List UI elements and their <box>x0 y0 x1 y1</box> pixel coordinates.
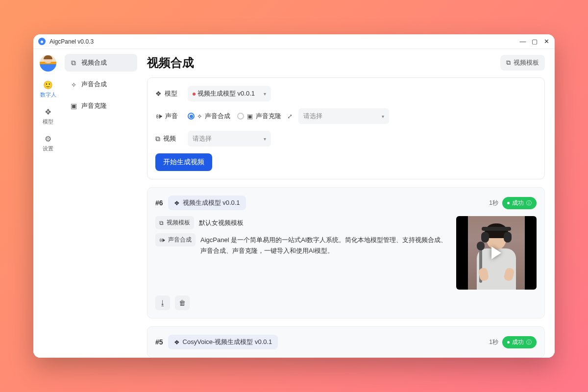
app-title: AigcPanel v0.0.3 <box>49 38 94 45</box>
minimize-button[interactable]: — <box>519 38 526 45</box>
template-tag-label: 视频模板 <box>167 219 190 227</box>
video-select[interactable]: 请选择 ▾ <box>188 131 271 147</box>
titlebar: ☻ AigcPanel v0.0.3 — ▢ ✕ <box>33 34 555 49</box>
expand-icon: ⤢ <box>287 113 293 120</box>
template-icon: ⧉ <box>506 59 511 67</box>
speaker-icon: 🕪 <box>159 237 165 244</box>
status-dot-icon <box>193 93 196 96</box>
task-model-name: 视频生成模型 v0.0.1 <box>183 198 240 207</box>
radio-voice-clone[interactable]: ▣ 声音克隆 <box>237 112 281 121</box>
video-template-button[interactable]: ⧉ 视频模板 <box>500 55 545 71</box>
audio-select-placeholder: 请选择 <box>303 112 322 121</box>
form-card: ❖ 模型 视频生成模型 v0.0.1 ▾ 🕪 声音 <box>147 77 545 179</box>
app-window: ☻ AigcPanel v0.0.3 — ▢ ✕ 🙂 数字人 ❖ 模型 ⚙ 设置 <box>33 34 555 358</box>
download-button[interactable]: ⭳ <box>155 295 170 310</box>
chevron-down-icon: ▾ <box>264 136 266 142</box>
cube-icon: ❖ <box>45 107 51 117</box>
video-icon: ⧉ <box>70 59 77 67</box>
voice-icon: ⟡ <box>70 80 77 89</box>
video-thumbnail[interactable] <box>456 216 537 290</box>
task-model-chip: ❖ 视频生成模型 v0.0.1 <box>168 196 246 210</box>
clone-icon: ▣ <box>70 102 77 110</box>
radio-label: 声音合成 <box>205 112 230 121</box>
radio-label: 声音克隆 <box>256 112 281 121</box>
task-number: #5 <box>155 338 163 346</box>
generate-button[interactable]: 开始生成视频 <box>155 153 212 171</box>
speaker-icon: 🕪 <box>155 112 162 120</box>
maximize-button[interactable]: ▢ <box>531 38 538 45</box>
sidebar: ⧉ 视频合成 ⟡ 声音合成 ▣ 声音克隆 <box>63 49 141 358</box>
sidebar-item-label: 声音克隆 <box>81 101 107 110</box>
task-duration: 1秒 <box>489 338 498 346</box>
task-card: #6 ❖ 视频生成模型 v0.0.1 1秒 成功 ⓘ <box>147 187 545 318</box>
digital-human-icon: 🙂 <box>43 80 53 90</box>
video-icon: ⧉ <box>155 135 160 143</box>
info-icon: ⓘ <box>526 199 532 207</box>
audio-label: 声音 <box>165 112 178 121</box>
template-button-label: 视频模板 <box>514 58 539 67</box>
status-badge: 成功 ⓘ <box>502 197 537 209</box>
trash-icon: 🗑 <box>179 299 186 307</box>
sidebar-item-voice-clone[interactable]: ▣ 声音克隆 <box>65 97 137 115</box>
voice-synth-text: AigcPanel 是一个简单易用的一站式AI数字人系统。简化本地模型管理、支持… <box>200 233 449 256</box>
task-model-chip: ❖ CosyVoice-视频生成模型 v0.0.1 <box>168 335 278 349</box>
voice-synth-icon: ⟡ <box>197 112 202 120</box>
delete-button[interactable]: 🗑 <box>175 295 190 310</box>
radio-voice-synth[interactable]: ⟡ 声音合成 <box>188 112 230 121</box>
sidebar-item-label: 视频合成 <box>81 58 107 67</box>
chevron-down-icon: ▾ <box>264 91 266 97</box>
status-text: 成功 <box>512 338 524 346</box>
sidebar-item-video-synth[interactable]: ⧉ 视频合成 <box>65 54 137 72</box>
nav-rail: 🙂 数字人 ❖ 模型 ⚙ 设置 <box>33 49 63 358</box>
cube-icon: ❖ <box>174 199 180 207</box>
close-button[interactable]: ✕ <box>543 38 550 45</box>
task-model-name: CosyVoice-视频生成模型 v0.0.1 <box>183 338 272 346</box>
status-text: 成功 <box>512 199 524 207</box>
info-icon: ⓘ <box>526 339 532 346</box>
template-icon: ⧉ <box>159 220 164 226</box>
main-content: 视频合成 ⧉ 视频模板 ❖ 模型 视频生成模型 v0.0.1 ▾ <box>141 49 555 358</box>
video-select-placeholder: 请选择 <box>193 134 212 143</box>
model-label: 模型 <box>165 89 177 98</box>
rail-label: 模型 <box>43 118 53 125</box>
model-select[interactable]: 视频生成模型 v0.0.1 ▾ <box>188 86 271 101</box>
rail-label: 设置 <box>43 145 53 152</box>
task-duration: 1秒 <box>489 199 498 207</box>
voice-synth-tag-label: 声音合成 <box>168 236 192 244</box>
sidebar-item-voice-synth[interactable]: ⟡ 声音合成 <box>65 75 137 93</box>
rail-item-digital-human[interactable]: 🙂 数字人 <box>40 80 56 98</box>
audio-select[interactable]: 请选择 ▾ <box>298 108 389 124</box>
audio-source-radio-group: ⟡ 声音合成 ▣ 声音克隆 <box>188 112 281 121</box>
model-icon: ❖ <box>155 90 162 98</box>
template-value: 默认女视频模板 <box>199 216 244 228</box>
sidebar-item-label: 声音合成 <box>81 80 107 89</box>
video-label: 视频 <box>163 134 176 143</box>
gear-icon: ⚙ <box>45 134 51 144</box>
page-title: 视频合成 <box>147 55 194 71</box>
cube-icon: ❖ <box>174 339 180 346</box>
avatar[interactable] <box>40 55 56 72</box>
rail-label: 数字人 <box>40 91 56 98</box>
model-select-value: 视频生成模型 v0.0.1 <box>197 90 255 97</box>
task-card: #5 ❖ CosyVoice-视频生成模型 v0.0.1 1秒 成功 ⓘ <box>147 326 545 358</box>
app-logo-icon: ☻ <box>38 38 46 45</box>
voice-clone-icon: ▣ <box>247 113 253 120</box>
voice-synth-tag: 🕪 声音合成 <box>155 233 196 246</box>
status-badge: 成功 ⓘ <box>502 336 537 348</box>
download-icon: ⭳ <box>159 299 166 307</box>
rail-item-models[interactable]: ❖ 模型 <box>43 107 53 125</box>
play-icon <box>491 246 501 259</box>
task-number: #6 <box>155 199 163 207</box>
template-tag: ⧉ 视频模板 <box>155 216 194 229</box>
rail-item-settings[interactable]: ⚙ 设置 <box>43 134 53 152</box>
chevron-down-icon: ▾ <box>382 114 384 119</box>
